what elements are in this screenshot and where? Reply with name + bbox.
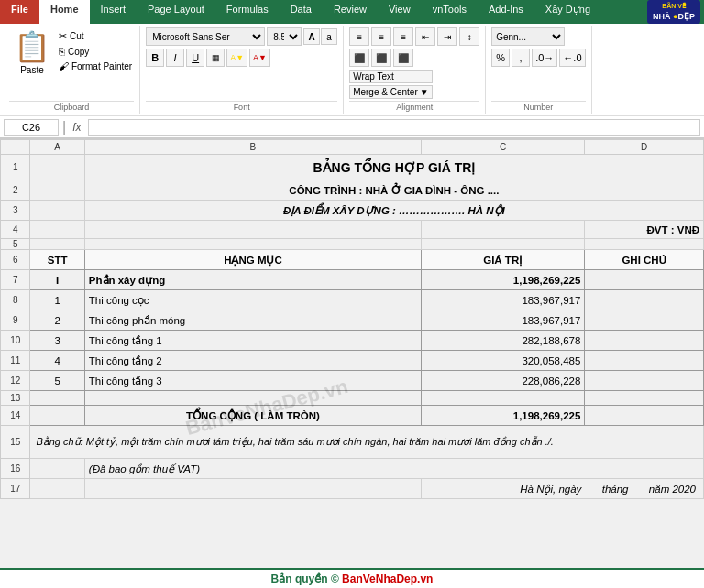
cell-a9[interactable]: 2 bbox=[30, 310, 84, 331]
cell-a15-merged[interactable]: Bằng chữ: Một tỷ, một trăm chín mươi tám… bbox=[30, 426, 704, 459]
tab-formulas[interactable]: Formulas bbox=[215, 0, 280, 24]
tab-view[interactable]: View bbox=[378, 0, 422, 24]
cell-b5[interactable] bbox=[84, 239, 421, 250]
cell-d6[interactable]: GHI CHÚ bbox=[585, 250, 704, 270]
align-top-right-btn[interactable]: ≡ bbox=[393, 27, 413, 46]
cell-b6[interactable]: HẠNG MỤC bbox=[84, 250, 421, 270]
cell-c9[interactable]: 183,967,917 bbox=[422, 310, 585, 331]
cell-d7[interactable] bbox=[585, 270, 704, 290]
format-painter-button[interactable]: 🖌 Format Painter bbox=[57, 60, 134, 72]
italic-button[interactable]: I bbox=[166, 49, 184, 67]
cell-c5[interactable] bbox=[422, 239, 585, 250]
decrease-font-btn[interactable]: a bbox=[321, 28, 337, 45]
align-top-left-btn[interactable]: ≡ bbox=[349, 27, 369, 46]
cell-a2[interactable] bbox=[30, 180, 84, 201]
align-center-btn[interactable]: ⬛ bbox=[371, 49, 391, 67]
percent-btn[interactable]: % bbox=[491, 49, 510, 67]
cell-b9[interactable]: Thi công phần móng bbox=[84, 310, 421, 331]
cell-a7[interactable]: I bbox=[30, 270, 84, 290]
tab-addins[interactable]: Add-Ins bbox=[478, 0, 534, 24]
underline-button[interactable]: U bbox=[186, 49, 204, 67]
cell-a5[interactable] bbox=[30, 239, 84, 250]
indent-decrease-btn[interactable]: ⇤ bbox=[415, 27, 435, 46]
tab-review[interactable]: Review bbox=[323, 0, 378, 24]
indent-increase-btn[interactable]: ⇥ bbox=[437, 27, 457, 46]
cell-d13[interactable] bbox=[585, 391, 704, 406]
cell-c11[interactable]: 320,058,485 bbox=[422, 351, 585, 371]
cell-b12[interactable]: Thi công tầng 3 bbox=[84, 371, 421, 391]
decrease-decimal-btn[interactable]: ←.0 bbox=[559, 49, 585, 67]
cell-d9[interactable] bbox=[585, 310, 704, 331]
align-top-center-btn[interactable]: ≡ bbox=[371, 27, 391, 46]
cell-a6[interactable]: STT bbox=[30, 250, 84, 270]
paste-button[interactable]: 📋 Paste bbox=[9, 27, 55, 77]
cell-d14[interactable] bbox=[585, 406, 704, 426]
cell-b3[interactable]: ĐỊA ĐIỂM XÂY DỰNG : ………………. HÀ NỘI bbox=[84, 201, 703, 221]
cell-d10[interactable] bbox=[585, 331, 704, 351]
cell-c4[interactable] bbox=[422, 221, 585, 239]
cell-d12[interactable] bbox=[585, 371, 704, 391]
fill-color-button[interactable]: A▼ bbox=[226, 49, 248, 67]
cell-c10[interactable]: 282,188,678 bbox=[422, 331, 585, 351]
tab-xay-dung[interactable]: Xây Dựng bbox=[534, 0, 601, 24]
align-left-btn[interactable]: ⬛ bbox=[349, 49, 369, 67]
cell-b4[interactable] bbox=[84, 221, 421, 239]
cell-c12[interactable]: 228,086,228 bbox=[422, 371, 585, 391]
wrap-text-button[interactable]: Wrap Text bbox=[349, 70, 433, 83]
tab-file[interactable]: File bbox=[0, 0, 39, 24]
cell-d4[interactable]: ĐVT : VNĐ bbox=[585, 221, 704, 239]
cell-b8[interactable]: Thi công cọc bbox=[84, 290, 421, 310]
cell-reference-input[interactable]: C26 bbox=[4, 119, 59, 136]
cell-c17[interactable]: Hà Nội, ngày tháng năm 2020 bbox=[422, 479, 704, 499]
cell-a12[interactable]: 5 bbox=[30, 371, 84, 391]
cell-c8[interactable]: 183,967,917 bbox=[422, 290, 585, 310]
tab-insert[interactable]: Insert bbox=[90, 0, 138, 24]
font-size-select[interactable]: 8.5 bbox=[267, 27, 302, 46]
tab-home[interactable]: Home bbox=[39, 0, 90, 24]
cell-b10[interactable]: Thi công tầng 1 bbox=[84, 331, 421, 351]
cell-a10[interactable]: 3 bbox=[30, 331, 84, 351]
cell-b2[interactable]: CÔNG TRÌNH : NHÀ Ở GIA ĐÌNH - ÔNG .... bbox=[84, 180, 703, 201]
cell-b1[interactable]: BẢNG TỔNG HỢP GIÁ TRỊ bbox=[84, 155, 703, 180]
cell-a11[interactable]: 4 bbox=[30, 351, 84, 371]
cell-c7[interactable]: 1,198,269,225 bbox=[422, 270, 585, 290]
merge-center-button[interactable]: Merge & Center ▼ bbox=[349, 85, 433, 99]
cell-b17[interactable] bbox=[84, 479, 421, 499]
font-name-select[interactable]: Microsoft Sans Ser bbox=[146, 27, 265, 46]
formula-input[interactable] bbox=[88, 119, 701, 136]
cell-d11[interactable] bbox=[585, 351, 704, 371]
cell-a14[interactable] bbox=[30, 406, 84, 426]
cell-b7[interactable]: Phần xây dựng bbox=[84, 270, 421, 290]
cell-c14[interactable]: 1,198,269,225 bbox=[422, 406, 585, 426]
col-header-b[interactable]: B bbox=[84, 140, 421, 155]
cell-a16[interactable] bbox=[30, 459, 84, 479]
cell-a17[interactable] bbox=[30, 479, 84, 499]
cell-c13[interactable] bbox=[422, 391, 585, 406]
cut-button[interactable]: ✂ Cut bbox=[57, 29, 134, 43]
cell-a13[interactable] bbox=[30, 391, 84, 406]
increase-decimal-btn[interactable]: .0→ bbox=[532, 49, 557, 67]
cell-a3[interactable] bbox=[30, 201, 84, 221]
col-header-d[interactable]: D bbox=[585, 140, 704, 155]
cell-b11[interactable]: Thi công tầng 2 bbox=[84, 351, 421, 371]
cell-a1[interactable] bbox=[30, 155, 84, 180]
border-button[interactable]: ▦ bbox=[206, 49, 225, 67]
cell-c6[interactable]: GIÁ TRỊ bbox=[422, 250, 585, 270]
tab-vntools[interactable]: vnTools bbox=[422, 0, 478, 24]
cell-d5[interactable] bbox=[585, 239, 704, 250]
number-format-select[interactable]: Genn... bbox=[491, 27, 565, 46]
font-color-button[interactable]: A▼ bbox=[249, 49, 270, 67]
tab-data[interactable]: Data bbox=[280, 0, 323, 24]
text-direction-btn[interactable]: ↕ bbox=[459, 27, 479, 46]
cell-b13[interactable] bbox=[84, 391, 421, 406]
tab-page-layout[interactable]: Page Layout bbox=[137, 0, 215, 24]
col-header-c[interactable]: C bbox=[422, 140, 585, 155]
comma-btn[interactable]: , bbox=[512, 49, 530, 67]
cell-a8[interactable]: 1 bbox=[30, 290, 84, 310]
bold-button[interactable]: B bbox=[146, 49, 164, 67]
cell-a4[interactable] bbox=[30, 221, 84, 239]
copy-button[interactable]: ⎘ Copy bbox=[57, 45, 134, 58]
increase-font-btn[interactable]: A bbox=[303, 28, 320, 45]
cell-d8[interactable] bbox=[585, 290, 704, 310]
align-right-btn[interactable]: ⬛ bbox=[393, 49, 413, 67]
